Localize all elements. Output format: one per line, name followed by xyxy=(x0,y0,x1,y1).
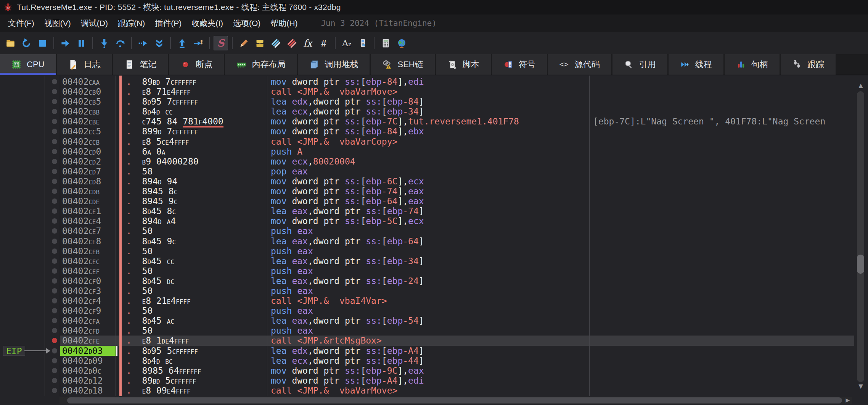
breakpoint-dot[interactable] xyxy=(52,308,57,313)
disasm-row[interactable]: 00402CE1. 8D45 8Clea eax,dword ptr ss:[e… xyxy=(0,206,854,216)
disasm-row[interactable]: 00402CF3. 50push eax xyxy=(0,286,854,296)
strings-button[interactable]: Az xyxy=(339,36,354,50)
menu-item-5[interactable]: 收藏夹(I) xyxy=(186,16,228,31)
run-to-user-code-button[interactable] xyxy=(191,36,205,50)
disasm-row[interactable]: 00402CAA. 89BD 7CFFFFFFmov dword ptr ss:… xyxy=(0,77,854,87)
animate-into-button[interactable] xyxy=(136,36,150,50)
disasm-row[interactable]: 00402D12. 89BD 5CFFFFFFmov dword ptr ss:… xyxy=(0,376,854,386)
breakpoint-dot[interactable] xyxy=(52,228,57,234)
disasm-row[interactable]: 00402CDB. 8945 8Cmov dword ptr ss:[ebp-7… xyxy=(0,186,854,196)
breakpoint-dot[interactable] xyxy=(52,368,57,373)
menu-item-3[interactable]: 跟踪(N) xyxy=(113,16,150,31)
disasm-row[interactable]: 00402CE7. 50push eax xyxy=(0,226,854,236)
disasm-row[interactable]: 00402CEB. 50push eax xyxy=(0,246,854,256)
menu-item-2[interactable]: 调试(D) xyxy=(76,16,113,31)
breakpoint-dot[interactable] xyxy=(52,149,57,154)
tab-handles[interactable]: 句柄 xyxy=(725,54,780,75)
disasm-row[interactable]: 00402D03. 8D95 5CFFFFFFlea edx,dword ptr… xyxy=(0,346,854,356)
breakpoint-dot[interactable] xyxy=(52,348,57,353)
open-folder-button[interactable] xyxy=(3,36,18,50)
disasm-row[interactable]: 00402D09. 8D4D BClea ecx,dword ptr ss:[e… xyxy=(0,356,854,366)
hash-button[interactable]: # xyxy=(317,36,331,50)
menu-item-0[interactable]: 文件(F) xyxy=(3,16,39,31)
disasm-row[interactable]: 00402CC5. 899D 7CFFFFFFmov dword ptr ss:… xyxy=(0,126,854,136)
breakpoint-dot[interactable] xyxy=(52,119,57,124)
labels-button[interactable] xyxy=(268,36,283,50)
breakpoint-dot[interactable] xyxy=(52,79,57,84)
disasm-row[interactable]: 00402CD2. B9 04000280mov ecx,80020004 xyxy=(0,157,854,166)
tab-threads[interactable]: 线程 xyxy=(669,54,723,75)
breakpoint-dot[interactable] xyxy=(52,239,57,244)
disasm-row[interactable]: 00402CB5. 8D95 7CFFFFFFlea edx,dword ptr… xyxy=(0,97,854,106)
tab-memory-map[interactable]: 内存布局 xyxy=(225,54,297,75)
internet-button[interactable] xyxy=(394,36,409,50)
breakpoint-dot[interactable] xyxy=(52,89,57,94)
tab-seh-chain[interactable]: !SEH链 xyxy=(371,54,434,75)
tab-references[interactable]: 引用 xyxy=(612,54,667,75)
breakpoint-dot[interactable] xyxy=(52,278,57,284)
column-separator-disasm[interactable] xyxy=(589,76,590,396)
column-separator-address[interactable] xyxy=(116,76,116,396)
single-step-button[interactable]: S xyxy=(214,36,228,50)
disasm-row[interactable]: 00402CF9. 50push eax xyxy=(0,306,854,316)
breakpoint-dot[interactable] xyxy=(52,198,57,204)
run-button[interactable] xyxy=(58,36,72,50)
vertical-scrollbar-track[interactable] xyxy=(857,91,864,382)
tab-call-stack[interactable]: 调用堆栈 xyxy=(298,54,370,75)
menu-item-4[interactable]: 插件(P) xyxy=(150,16,186,31)
stop-button[interactable] xyxy=(35,36,50,50)
disasm-row[interactable]: 00402CD7. 58pop eax xyxy=(0,166,854,176)
breakpoint-dot[interactable] xyxy=(52,169,57,174)
tab-script[interactable]: 脚本 xyxy=(436,54,491,75)
disasm-row[interactable]: 00402CF4. E8 21E4FFFFcall <JMP.&__vbaI4V… xyxy=(0,296,854,306)
tab-breakpoints[interactable]: 断点 xyxy=(169,54,224,75)
disasm-row[interactable]: 00402CBE. C745 84 781F4000mov dword ptr … xyxy=(0,116,854,126)
breakpoint-dot[interactable] xyxy=(52,328,57,333)
breakpoint-dot[interactable] xyxy=(52,248,57,254)
breakpoint-dot[interactable] xyxy=(52,109,57,114)
comments-button[interactable] xyxy=(252,36,267,50)
tab-log[interactable]: 日志 xyxy=(57,54,112,75)
menu-item-6[interactable]: 选项(O) xyxy=(228,16,265,31)
breakpoint-dot[interactable] xyxy=(52,258,57,264)
modules-button[interactable] xyxy=(355,36,370,50)
breakpoint-dot[interactable] xyxy=(52,129,57,134)
breakpoint-dot[interactable] xyxy=(52,179,57,184)
disasm-row[interactable]: 00402CDE. 8945 9Cmov dword ptr ss:[ebp-6… xyxy=(0,196,854,206)
calculator-button[interactable] xyxy=(378,36,393,50)
tab-notes[interactable]: 笔记 xyxy=(113,54,168,75)
menu-item-1[interactable]: 视图(V) xyxy=(39,16,76,31)
step-into-button[interactable] xyxy=(97,36,111,50)
vertical-scrollbar-thumb[interactable] xyxy=(857,255,864,274)
disasm-row[interactable]: 00402CEF. 50push eax xyxy=(0,266,854,276)
tab-cpu[interactable]: 32CPU xyxy=(0,54,56,75)
breakpoint-dot[interactable] xyxy=(52,159,57,164)
breakpoint-dot[interactable] xyxy=(52,218,57,224)
breakpoint-dot[interactable] xyxy=(52,189,57,194)
disasm-row[interactable]: 00402CFD. 50push eax xyxy=(0,326,854,336)
menu-item-7[interactable]: 帮助(H) xyxy=(265,16,302,31)
breakpoint-dot[interactable] xyxy=(52,268,57,274)
step-over-button[interactable] xyxy=(113,36,127,50)
scroll-down-arrow[interactable]: ▼ xyxy=(857,383,865,390)
breakpoint-dot[interactable] xyxy=(52,99,57,104)
execute-till-return-button[interactable] xyxy=(175,36,189,50)
breakpoint-dot-active[interactable] xyxy=(52,338,57,343)
breakpoint-dot[interactable] xyxy=(52,318,57,323)
breakpoint-dot[interactable] xyxy=(52,298,57,303)
bookmarks-button[interactable] xyxy=(285,36,299,50)
disasm-row[interactable]: 00402CEC. 8D45 CClea eax,dword ptr ss:[e… xyxy=(0,256,854,266)
breakpoint-dot[interactable] xyxy=(52,139,57,144)
column-separator-bytes[interactable] xyxy=(267,76,267,396)
disasm-row[interactable]: 00402CF0. 8D45 DClea eax,dword ptr ss:[e… xyxy=(0,276,854,286)
trace-over-button[interactable] xyxy=(152,36,166,50)
tab-source[interactable]: <>源代码 xyxy=(548,54,611,75)
disasm-row[interactable]: 00402CD0. 6A 0Apush A xyxy=(0,147,854,157)
disasm-row[interactable]: 00402CFE. E8 1DE4FFFFcall <JMP.&rtcMsgBo… xyxy=(0,336,854,345)
disasm-row[interactable]: 00402D18. E8 09E4FFFFcall <JMP.&__vbaVar… xyxy=(0,386,854,395)
scroll-right-arrow[interactable]: ▶ xyxy=(844,397,852,403)
breakpoint-dot[interactable] xyxy=(52,378,57,383)
breakpoint-dot[interactable] xyxy=(52,358,57,363)
tab-trace[interactable]: 跟踪 xyxy=(781,54,836,75)
disasm-row[interactable]: 00402D0C. 8985 64FFFFFFmov dword ptr ss:… xyxy=(0,366,854,376)
